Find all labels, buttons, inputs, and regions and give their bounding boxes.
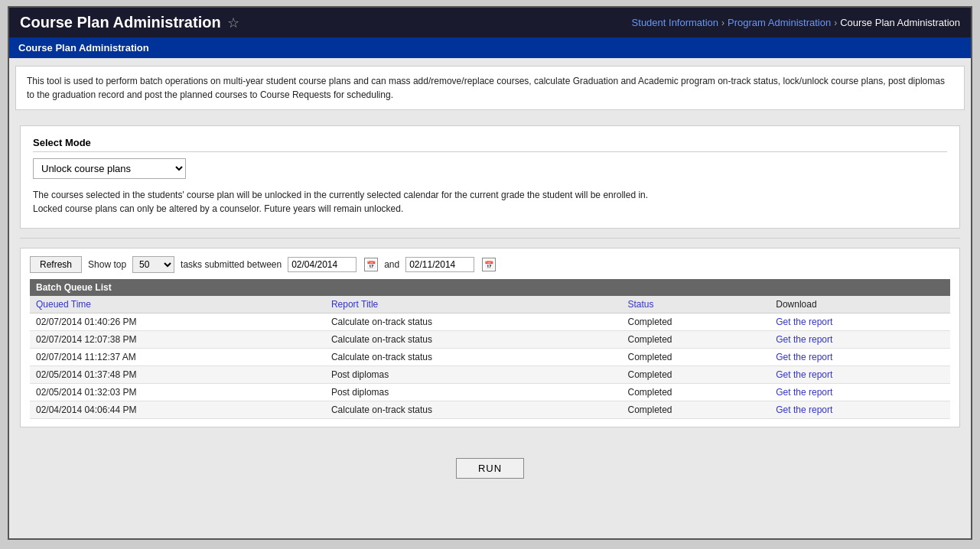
cell-status: Completed	[621, 349, 770, 366]
batch-table-body: 02/07/2014 01:40:26 PMCalculate on-track…	[30, 313, 950, 419]
col-download: Download	[770, 296, 950, 313]
cell-download: Get the report	[770, 349, 950, 366]
calendar-to-icon[interactable]: 📅	[482, 258, 496, 271]
run-button[interactable]: RUN	[456, 458, 524, 479]
cell-report-title: Post diplomas	[325, 366, 622, 384]
select-mode-section: Select Mode Unlock course plansLock cour…	[20, 125, 960, 229]
cell-report-title: Post diplomas	[325, 384, 622, 401]
cell-status: Completed	[621, 384, 770, 401]
get-report-link[interactable]: Get the report	[776, 404, 832, 415]
breadcrumb-current: Course Plan Administration	[840, 17, 960, 28]
run-container: RUN	[20, 435, 960, 494]
batch-section: Refresh Show top 50 25 100 tasks submitt…	[20, 248, 960, 427]
refresh-button[interactable]: Refresh	[30, 256, 82, 273]
col-queued-time[interactable]: Queued Time	[30, 296, 325, 313]
show-top-label: Show top	[88, 259, 126, 270]
breadcrumb-sep-2: ›	[834, 18, 837, 28]
and-label: and	[384, 259, 399, 270]
table-row: 02/07/2014 12:07:38 PMCalculate on-track…	[30, 331, 950, 349]
header-left: Course Plan Administration ☆	[20, 14, 239, 31]
description-text: This tool is used to perform batch opera…	[27, 76, 945, 100]
cell-queued-time: 02/05/2014 01:37:48 PM	[30, 366, 325, 384]
get-report-link[interactable]: Get the report	[776, 352, 832, 362]
date-from-input[interactable]	[288, 257, 357, 272]
cell-report-title: Calculate on-track status	[325, 313, 622, 331]
cell-download: Get the report	[770, 384, 950, 401]
breadcrumb-program-admin[interactable]: Program Administration	[728, 17, 831, 28]
batch-controls: Refresh Show top 50 25 100 tasks submitt…	[30, 256, 950, 273]
table-row: 02/05/2014 01:32:03 PMPost diplomasCompl…	[30, 384, 950, 401]
breadcrumb: Student Information › Program Administra…	[632, 17, 960, 28]
select-mode-label: Select Mode	[33, 137, 947, 152]
description-area: This tool is used to perform batch opera…	[15, 66, 965, 110]
table-row: 02/05/2014 01:37:48 PMPost diplomasCompl…	[30, 366, 950, 384]
cell-status: Completed	[621, 366, 770, 384]
date-to-input[interactable]	[405, 257, 474, 272]
blue-bar: Course Plan Administration	[9, 37, 971, 58]
cell-download: Get the report	[770, 401, 950, 419]
cell-report-title: Calculate on-track status	[325, 349, 622, 366]
table-row: 02/04/2014 04:06:44 PMCalculate on-track…	[30, 401, 950, 419]
batch-table: Queued Time Report Title Status Download…	[30, 296, 950, 419]
table-row: 02/07/2014 11:12:37 AMCalculate on-track…	[30, 349, 950, 366]
cell-status: Completed	[621, 313, 770, 331]
cell-queued-time: 02/07/2014 12:07:38 PM	[30, 331, 325, 349]
page-title: Course Plan Administration	[20, 14, 221, 31]
cell-download: Get the report	[770, 313, 950, 331]
calendar-from-icon[interactable]: 📅	[364, 258, 378, 271]
tasks-label: tasks submitted between	[181, 259, 282, 270]
breadcrumb-sep-1: ›	[721, 18, 724, 28]
get-report-link[interactable]: Get the report	[776, 369, 832, 380]
cell-queued-time: 02/07/2014 01:40:26 PM	[30, 313, 325, 331]
mode-select[interactable]: Unlock course plansLock course plansCalc…	[33, 158, 186, 179]
get-report-link[interactable]: Get the report	[776, 334, 832, 345]
cell-queued-time: 02/05/2014 01:32:03 PM	[30, 384, 325, 401]
batch-queue-title: Batch Queue List	[30, 279, 950, 296]
cell-download: Get the report	[770, 366, 950, 384]
cell-status: Completed	[621, 331, 770, 349]
table-header-row: Queued Time Report Title Status Download	[30, 296, 950, 313]
cell-queued-time: 02/07/2014 11:12:37 AM	[30, 349, 325, 366]
mode-description: The courses selected in the students' co…	[33, 188, 660, 216]
col-status[interactable]: Status	[621, 296, 770, 313]
cell-download: Get the report	[770, 331, 950, 349]
star-icon[interactable]: ☆	[227, 15, 239, 31]
get-report-link[interactable]: Get the report	[776, 317, 832, 327]
cell-status: Completed	[621, 401, 770, 419]
header: Course Plan Administration ☆ Student Inf…	[9, 8, 971, 37]
main-content: Select Mode Unlock course plansLock cour…	[9, 118, 971, 502]
blue-bar-title: Course Plan Administration	[18, 42, 149, 54]
col-report-title[interactable]: Report Title	[325, 296, 622, 313]
cell-report-title: Calculate on-track status	[325, 401, 622, 419]
cell-queued-time: 02/04/2014 04:06:44 PM	[30, 401, 325, 419]
top-select[interactable]: 50 25 100	[132, 256, 174, 273]
table-row: 02/07/2014 01:40:26 PMCalculate on-track…	[30, 313, 950, 331]
get-report-link[interactable]: Get the report	[776, 387, 832, 398]
breadcrumb-student-info[interactable]: Student Information	[632, 17, 718, 28]
cell-report-title: Calculate on-track status	[325, 331, 622, 349]
section-divider	[20, 238, 960, 239]
